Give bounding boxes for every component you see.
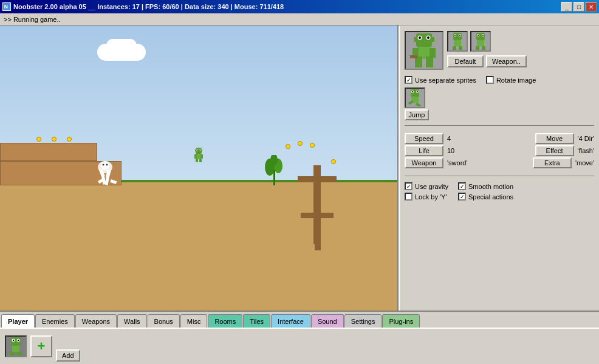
- special-actions-label: Special actions: [468, 193, 513, 201]
- statusbar: >> Running game..: [0, 13, 599, 26]
- app-icon: N: [2, 2, 11, 11]
- move-button[interactable]: Move: [535, 133, 574, 144]
- svg-rect-57: [411, 89, 419, 97]
- status-message: >> Running game..: [4, 16, 61, 23]
- tab-enemies[interactable]: Enemies: [35, 314, 75, 328]
- effect-right: Effect 'flash': [535, 145, 594, 156]
- tab-misc[interactable]: Misc: [180, 314, 208, 328]
- tabs-bar: Player Enemies Weapons Walls Bonus Misc …: [0, 311, 599, 328]
- effect-value: 'flash': [578, 147, 594, 154]
- life-button[interactable]: Life: [405, 145, 443, 156]
- plant-1: [265, 155, 283, 185]
- svg-point-45: [459, 35, 460, 36]
- platform-left-upper: [0, 143, 97, 161]
- svg-rect-2: [196, 148, 202, 154]
- weapon-extra-row: Weapon 'sword' Extra 'move': [405, 157, 594, 168]
- life-effect-row: Life 10 Effect 'flash': [405, 145, 594, 156]
- rotate-image-row: Rotate image: [486, 76, 536, 84]
- player-sprite: [193, 148, 204, 162]
- svg-point-6: [196, 149, 197, 150]
- main-sprite: [409, 33, 439, 67]
- svg-point-8: [200, 149, 201, 150]
- svg-point-34: [427, 36, 430, 39]
- cross-post-2: [315, 202, 321, 250]
- cloud-2: [106, 39, 137, 52]
- game-canvas: [0, 26, 399, 311]
- svg-rect-23: [105, 176, 109, 185]
- add-icon-button[interactable]: +: [30, 335, 52, 357]
- speed-button[interactable]: Speed: [405, 133, 443, 144]
- weapon-prop-button[interactable]: Weapon: [405, 157, 443, 168]
- tab-walls[interactable]: Walls: [117, 314, 146, 328]
- svg-rect-11: [200, 154, 203, 159]
- svg-rect-37: [430, 48, 436, 58]
- svg-rect-55: [476, 46, 479, 50]
- extra-right: Extra 'move': [533, 157, 594, 168]
- jump-sprite-box[interactable]: [405, 88, 425, 108]
- rotate-image-checkbox[interactable]: [486, 76, 494, 84]
- svg-rect-41: [453, 33, 462, 40]
- minimize-button[interactable]: _: [561, 2, 572, 12]
- svg-rect-13: [199, 159, 202, 162]
- tab-bonus[interactable]: Bonus: [148, 314, 180, 328]
- smooth-motion-row: ✓ Smooth motion: [458, 182, 513, 190]
- properties-grid: Speed 4 Move '4 Dir' Life 10 Effect 'fla…: [405, 132, 594, 170]
- svg-rect-27: [110, 179, 117, 184]
- main-container: >> Running game..: [0, 13, 599, 364]
- smooth-motion-label: Smooth motion: [468, 183, 513, 190]
- speed-move-row: Speed 4 Move '4 Dir': [405, 133, 594, 144]
- svg-point-25: [106, 163, 108, 165]
- svg-rect-46: [454, 40, 461, 46]
- extra-button[interactable]: Extra: [533, 157, 572, 168]
- tab-settings[interactable]: Settings: [344, 314, 382, 328]
- tab-player[interactable]: Player: [1, 314, 35, 328]
- svg-rect-40: [410, 55, 417, 58]
- svg-rect-65: [11, 337, 21, 346]
- svg-point-61: [417, 91, 418, 92]
- divider-2: [405, 176, 594, 176]
- sprite-box-small-2[interactable]: [470, 31, 491, 52]
- tab-weapons[interactable]: Weapons: [75, 314, 117, 328]
- tab-sound[interactable]: Sound: [311, 314, 344, 328]
- weapon-button[interactable]: Weapon..: [486, 55, 527, 67]
- checkbox-row-top: ✓ Use separate sprites Rotate image: [405, 75, 594, 85]
- toolbar-sprite-box[interactable]: [5, 335, 27, 357]
- special-actions-checkbox[interactable]: ✓: [458, 193, 466, 201]
- cross-arm-1: [298, 176, 337, 182]
- svg-rect-49: [476, 33, 485, 40]
- effect-button[interactable]: Effect: [535, 145, 574, 156]
- coin-3: [67, 137, 72, 142]
- tab-interface[interactable]: Interface: [271, 314, 310, 328]
- svg-rect-54: [477, 40, 484, 46]
- svg-point-59: [412, 91, 413, 92]
- svg-rect-10: [194, 154, 197, 159]
- main-sprite-box[interactable]: [405, 31, 443, 70]
- default-button[interactable]: Default: [447, 55, 484, 67]
- player-character: [193, 148, 204, 162]
- tab-rooms[interactable]: Rooms: [208, 314, 242, 328]
- titlebar: N Noobster 2.00 alpha 05 __ Instances: 1…: [0, 0, 599, 13]
- smooth-motion-checkbox[interactable]: ✓: [458, 182, 466, 190]
- tab-tiles[interactable]: Tiles: [243, 314, 270, 328]
- lock-by-y-checkbox[interactable]: [405, 193, 412, 201]
- toolbar-sprite: [7, 337, 24, 355]
- jump-button[interactable]: Jump: [405, 109, 429, 120]
- titlebar-title: Noobster 2.00 alpha 05 __ Instances: 17 …: [13, 3, 284, 10]
- tab-plugins[interactable]: Plug-ins: [382, 314, 420, 328]
- add-button[interactable]: Add: [56, 349, 80, 362]
- life-value: 10: [447, 147, 454, 154]
- sprite-box-small-1[interactable]: [447, 31, 468, 52]
- rotate-image-label: Rotate image: [496, 77, 536, 84]
- extra-value: 'move': [575, 159, 594, 167]
- coin-2: [52, 137, 56, 142]
- svg-rect-47: [453, 46, 456, 50]
- use-gravity-label: Use gravity: [415, 183, 448, 190]
- lock-by-y-row: Lock by 'Y': [405, 193, 448, 201]
- use-gravity-row: ✓ Use gravity: [405, 182, 448, 190]
- svg-rect-30: [431, 37, 434, 42]
- move-right: Move '4 Dir': [535, 133, 594, 144]
- close-button[interactable]: ✕: [586, 2, 597, 12]
- use-gravity-checkbox[interactable]: ✓: [405, 182, 412, 190]
- maximize-button[interactable]: □: [573, 2, 584, 12]
- use-separate-sprites-checkbox[interactable]: ✓: [405, 76, 412, 84]
